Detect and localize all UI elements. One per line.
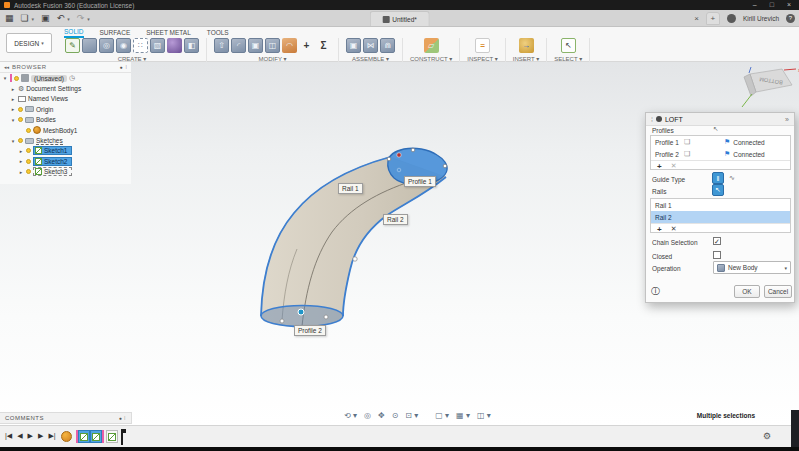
expand-icon[interactable]: ▸	[18, 169, 24, 175]
timeline-play-button[interactable]: ▶	[28, 432, 33, 440]
ribbon-tab-tools[interactable]: TOOLS	[207, 28, 229, 37]
browser-item-sketch3[interactable]: ▸ Sketch3	[0, 167, 131, 177]
undo-icon[interactable]: ↶	[57, 12, 65, 25]
ribbon-group-label-modify[interactable]: MODIFY ▾	[259, 55, 287, 62]
browser-item-named-views[interactable]: ▸ Named Views	[0, 94, 131, 104]
panel-menu-icon[interactable]: ●	[119, 415, 123, 421]
close-button[interactable]: ×	[787, 0, 791, 10]
browser-item-meshbody1[interactable]: MeshBody1	[0, 125, 131, 135]
ribbon-group-label-insert[interactable]: INSERT ▾	[513, 55, 539, 62]
app-grid-icon[interactable]: ▦	[5, 12, 14, 25]
pan-icon[interactable]: ✥	[378, 411, 385, 421]
info-icon[interactable]: ⓘ	[651, 285, 660, 298]
remove-profile-button[interactable]: ✕	[671, 162, 677, 170]
dialog-expand-icon[interactable]: »	[785, 116, 789, 123]
ribbon-group-label-construct[interactable]: CONSTRUCT ▾	[410, 55, 452, 62]
move-icon[interactable]: +	[299, 38, 314, 53]
tab-close-icon[interactable]: ×	[694, 14, 699, 23]
panel-menu-icon[interactable]: ●	[120, 64, 123, 70]
visibility-bulb-icon[interactable]	[26, 148, 31, 153]
browser-item-sketch2[interactable]: ▸ Sketch2	[0, 156, 131, 166]
save-icon[interactable]: ▣	[41, 12, 50, 25]
visibility-bulb-icon[interactable]	[18, 107, 23, 112]
shell-icon[interactable]: ▣	[248, 38, 263, 53]
rail-handle[interactable]	[353, 257, 357, 261]
add-rail-button[interactable]: +	[657, 225, 662, 234]
press-pull-icon[interactable]: ⇧	[214, 38, 229, 53]
boundary-fill-icon[interactable]: ◧	[184, 38, 199, 53]
timeline-sketch3-icon[interactable]	[106, 430, 118, 443]
orbit-icon[interactable]: ⟲ ▾	[344, 411, 357, 421]
version-clock-icon[interactable]: ◷	[69, 74, 75, 82]
chain-selection-checkbox[interactable]: ✓	[713, 237, 721, 245]
timeline-step-forward-button[interactable]: ▶	[38, 432, 43, 440]
fit-icon[interactable]: ⊡ ▾	[405, 411, 418, 421]
visibility-bulb-icon[interactable]	[18, 138, 23, 143]
ribbon-tab-sheet-metal[interactable]: SHEET METAL	[146, 28, 191, 37]
create-sketch-icon[interactable]: ✎	[65, 38, 80, 53]
expand-icon[interactable]: ▸	[10, 96, 16, 102]
expand-icon[interactable]: ▾	[2, 75, 8, 81]
loft-dialog-header[interactable]: ⁞ LOFT »	[646, 113, 794, 126]
operation-dropdown[interactable]: New Body ▾	[713, 261, 791, 274]
expand-icon[interactable]: ▾	[10, 138, 16, 144]
select-icon[interactable]: ↖	[561, 38, 576, 53]
vertex-handle[interactable]	[443, 164, 447, 168]
cancel-button[interactable]: Cancel	[764, 285, 792, 298]
user-account-button[interactable]: Kirill Urevich	[743, 15, 779, 22]
joint-icon[interactable]: ⋈	[363, 38, 378, 53]
timeline-skip-start-button[interactable]: |◀	[5, 432, 12, 440]
panel-grip-icon[interactable]: ⁞	[124, 415, 126, 421]
expand-icon[interactable]: ▸	[10, 106, 16, 112]
timeline-sketch2-icon[interactable]	[90, 430, 102, 443]
rail-row-1[interactable]: Rail 1	[651, 199, 790, 211]
browser-item-sketches[interactable]: ▾ Sketches	[0, 135, 131, 145]
redo-icon[interactable]: ↷	[77, 12, 85, 25]
document-tab[interactable]: Untitled*	[369, 11, 430, 26]
vertex-handle[interactable]	[280, 319, 284, 323]
combine-icon[interactable]: ◫	[265, 38, 280, 53]
browser-item-document-settings[interactable]: ▸ ⚙ Document Settings	[0, 83, 131, 93]
timeline-sketch1-icon[interactable]	[78, 430, 90, 443]
dialog-grip-icon[interactable]: ⁞	[651, 116, 653, 123]
profile1-point-handle[interactable]	[397, 153, 401, 157]
hole-icon[interactable]: ◉	[116, 38, 131, 53]
new-component-icon[interactable]: ▣	[346, 38, 361, 53]
visibility-bulb-icon[interactable]	[26, 159, 31, 164]
viewports-icon[interactable]: ◫ ▾	[477, 411, 491, 421]
vertex-handle[interactable]	[411, 148, 415, 152]
fillet-icon[interactable]: ◜	[231, 38, 246, 53]
panel-grip-icon[interactable]: ⁞	[126, 64, 127, 70]
timeline-skip-end-button[interactable]: ▶|	[48, 432, 55, 440]
guide-type-centerline-button[interactable]: ∿	[726, 172, 738, 184]
browser-item-bodies[interactable]: ▾ Bodies	[0, 115, 131, 125]
ribbon-group-label-assemble[interactable]: ASSEMBLE ▾	[352, 55, 389, 62]
primitive-box-icon[interactable]: ▧	[150, 38, 165, 53]
root-label[interactable]: (Unsaved)	[31, 75, 67, 82]
insert-icon[interactable]: →	[519, 38, 534, 53]
expand-icon[interactable]: ▾	[10, 117, 16, 123]
look-at-icon[interactable]: ◎	[364, 411, 371, 421]
redo-caret-icon[interactable]: ▾	[87, 16, 90, 22]
viewport-canvas[interactable]: BOTTOM x Rail 1 Profile 1 Rail 2 Profile…	[0, 62, 799, 425]
pattern-icon[interactable]: ∷	[133, 38, 148, 53]
profile2-point-handle[interactable]	[298, 309, 304, 315]
measure-icon[interactable]: =	[475, 38, 490, 53]
job-status-icon[interactable]	[727, 14, 736, 23]
visibility-bulb-icon[interactable]	[14, 76, 19, 81]
profile-row-2[interactable]: Profile 2 ❏ ⚑ Connected	[651, 148, 790, 160]
undo-caret-icon[interactable]: ▾	[67, 16, 70, 22]
parameters-icon[interactable]: Σ	[316, 38, 331, 53]
file-menu-caret-icon[interactable]: ▾	[32, 16, 35, 22]
ribbon-tab-solid[interactable]: SOLID	[64, 27, 84, 38]
visibility-bulb-icon[interactable]	[26, 169, 31, 174]
extrude-icon[interactable]	[82, 38, 97, 53]
closed-checkbox[interactable]	[713, 251, 721, 259]
browser-root-node[interactable]: ▾ (Unsaved) ◷	[0, 73, 131, 83]
add-profile-button[interactable]: +	[657, 162, 662, 171]
maximize-button[interactable]: □	[770, 0, 774, 10]
view-cube[interactable]: BOTTOM x	[738, 64, 799, 112]
panel-collapse-icon[interactable]: ◂◂	[4, 64, 9, 70]
ok-button[interactable]: OK	[734, 285, 760, 298]
remove-rail-button[interactable]: ✕	[671, 225, 677, 233]
